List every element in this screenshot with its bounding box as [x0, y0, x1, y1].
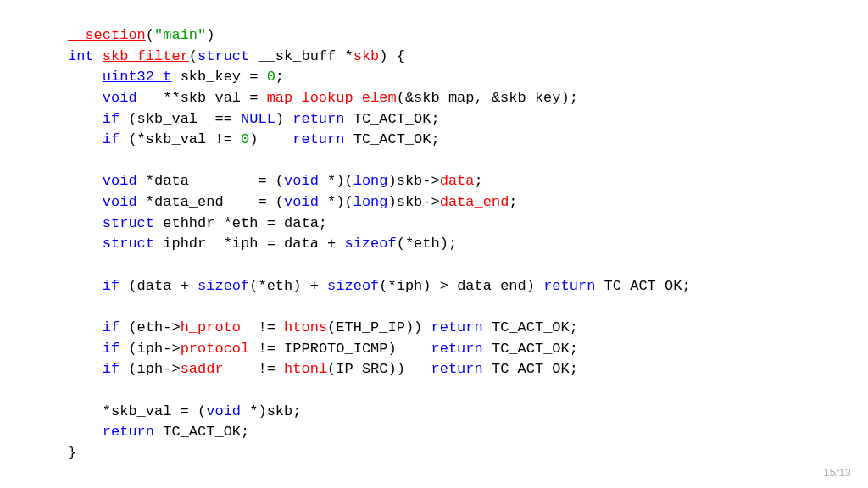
code-token: return [543, 278, 595, 294]
code-token: (IP_SRC)) [327, 361, 431, 377]
code-line [68, 151, 691, 172]
code-token: if [103, 111, 120, 127]
code-token [68, 257, 76, 273]
code-token: (data + [120, 278, 198, 294]
code-line [68, 297, 691, 318]
code-token: -> [163, 361, 180, 377]
code-token: ) [249, 131, 292, 147]
code-token: data [440, 173, 475, 189]
code-token: ( [189, 48, 198, 64]
code-token: } [68, 445, 76, 461]
code-token [68, 298, 76, 314]
code-token: ) [275, 111, 292, 127]
code-token [68, 361, 103, 377]
code-line: if (skb_val == NULL) return TC_ACT_OK; [68, 109, 691, 130]
code-token: return [292, 111, 344, 127]
code-token: ; [275, 69, 284, 85]
code-token: *)( [319, 194, 353, 210]
code-token: != [241, 319, 284, 336]
code-token: if [103, 278, 120, 294]
code-token: TC_ACT_OK; [483, 341, 578, 357]
code-token: h_proto [181, 319, 241, 336]
code-token: (skb_val == [120, 111, 241, 127]
code-token: iphdr *iph = data + [154, 236, 344, 252]
code-token: sizeof [327, 278, 379, 294]
code-token: ; [509, 194, 517, 210]
code-token: return [292, 131, 344, 147]
code-token: != IPPROTO_ICMP) [249, 341, 431, 357]
code-token: protocol [181, 341, 250, 357]
code-token: skb [353, 48, 380, 64]
code-line: } [68, 443, 691, 464]
code-token: (iph [120, 361, 163, 377]
code-token: *data = ( [137, 173, 284, 189]
code-token: map_lookup_elem [267, 90, 397, 106]
code-token: if [103, 361, 120, 377]
code-line: return TC_ACT_OK; [68, 422, 691, 443]
code-line: if (eth->h_proto != htons(ETH_P_IP)) ret… [68, 318, 691, 339]
code-token: ethhdr *eth = data; [154, 215, 327, 231]
code-token: return [431, 361, 483, 377]
code-token: sizeof [344, 236, 396, 252]
code-token: "main" [154, 27, 206, 43]
code-token: void [103, 173, 137, 189]
code-token: 0 [241, 131, 249, 147]
code-token: *)( [319, 173, 353, 189]
code-line: if (data + sizeof(*eth) + sizeof(*iph) >… [68, 276, 691, 297]
code-token: (iph [120, 341, 163, 357]
code-line: void *data_end = (void *)(long)skb->data… [68, 192, 691, 214]
code-token: return [431, 319, 483, 336]
code-token: NULL [241, 111, 275, 127]
code-token: *)skb; [241, 403, 301, 419]
code-line [68, 380, 691, 402]
code-token: void [284, 194, 319, 210]
code-token: void [103, 90, 137, 106]
code-token: __section [68, 27, 146, 43]
code-token: struct [198, 48, 249, 64]
code-line: struct iphdr *iph = data + sizeof(*eth); [68, 234, 691, 255]
code-token: 0 [267, 69, 275, 85]
code-token: TC_ACT_OK; [595, 278, 690, 294]
code-token [68, 341, 103, 357]
code-token [68, 236, 103, 252]
code-token: -> [163, 319, 180, 336]
code-token: long [353, 173, 388, 189]
code-token: (*eth); [397, 236, 457, 252]
code-token: skb_key = [171, 69, 266, 85]
code-line: void **skb_val = map_lookup_elem(&skb_ma… [68, 88, 691, 109]
code-token: if [103, 341, 120, 357]
code-token: struct [103, 215, 154, 231]
code-token: data_end [440, 194, 509, 210]
code-line: int skb_filter(struct __sk_buff *skb) { [68, 47, 691, 68]
code-line: *skb_val = (void *)skb; [68, 402, 691, 423]
code-token: if [103, 131, 120, 147]
code-token: TC_ACT_OK; [344, 131, 439, 147]
code-line [68, 255, 691, 276]
code-token: void [284, 173, 319, 189]
code-token [68, 215, 103, 231]
code-token: return [103, 424, 154, 440]
code-token: __sk_buff * [249, 48, 353, 64]
code-token [68, 90, 103, 106]
code-token: TC_ACT_OK; [344, 111, 439, 127]
code-token [68, 173, 103, 189]
code-line: __section("main") [68, 25, 691, 47]
code-token: ; [475, 173, 483, 189]
code-token: struct [103, 236, 154, 252]
code-token [68, 69, 103, 85]
code-token: (&skb_map, &skb_key); [397, 90, 578, 106]
code-line: if (*skb_val != 0) return TC_ACT_OK; [68, 130, 691, 151]
code-token: -> [163, 341, 180, 357]
code-token [68, 424, 103, 440]
code-token: skb_filter [103, 48, 189, 64]
code-token: != [224, 361, 284, 377]
code-token [68, 278, 103, 294]
code-token: -> [422, 194, 439, 210]
code-token [68, 194, 103, 210]
code-token [68, 131, 103, 147]
code-token [68, 152, 76, 169]
code-token: ) [206, 27, 214, 43]
code-token: TC_ACT_OK; [154, 424, 249, 440]
code-token: (*eth) + [249, 278, 327, 294]
code-token [68, 382, 76, 398]
